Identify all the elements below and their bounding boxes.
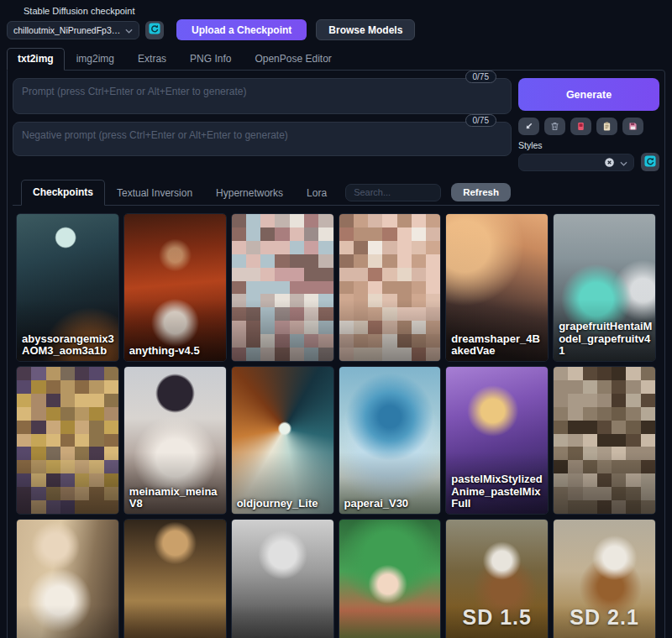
model-card-meinamix-meinav8[interactable]: meinamix_meinaV8 [123, 366, 227, 515]
model-card-censored[interactable] [16, 366, 119, 515]
stable-diffusion-webui: Stable Diffusion checkpoint chilloutmix_… [0, 0, 672, 638]
checkpoint-controls: chilloutmix_NiPrunedFp32Fix.safeter Uplo… [7, 19, 665, 40]
model-card-grapefruithentaimodel-grapefruitv41[interactable]: grapefruitHentaiModel_grapefruitv41 [553, 213, 656, 362]
card-shade-overlay [232, 214, 333, 361]
model-card-name: pastelMixStylizedAnime_pastelMixFull [451, 473, 545, 510]
model-card-dreamshaper-4bakedvae[interactable]: dreamshaper_4BakedVae [445, 213, 549, 362]
card-shade-overlay [339, 214, 441, 361]
read-generation-params-button[interactable] [518, 118, 539, 135]
card-shade-overlay [17, 367, 118, 514]
tab-png-info[interactable]: PNG Info [178, 49, 243, 69]
clear-selection-icon[interactable] [604, 157, 615, 168]
refresh-networks-button[interactable]: Refresh [451, 183, 511, 201]
prompt-section: 0/75 0/75 Generate Styles [13, 76, 659, 171]
model-card-protogenx34photorealism-1[interactable]: protogenX34Photorealism_1 [123, 519, 227, 638]
model-card-name: grapefruitHentaiModel_grapefruitv41 [559, 321, 653, 358]
negative-prompt-row: 0/75 [13, 122, 512, 156]
model-card-censored[interactable] [339, 213, 442, 362]
apply-styles-button[interactable] [596, 118, 617, 135]
browse-models-button[interactable]: Browse Models [316, 19, 415, 40]
prompt-row: 0/75 [13, 78, 512, 114]
txt2img-panel: 0/75 0/75 Generate Styles [7, 70, 665, 638]
extra-networks-section: CheckpointsTextual InversionHypernetwork… [13, 180, 659, 638]
styles-label: Styles [518, 140, 659, 150]
clear-prompt-button[interactable] [544, 118, 565, 135]
chevron-down-icon [620, 154, 627, 170]
checkpoint-label: Stable Diffusion checkpoint [24, 6, 665, 16]
extra-networks-tab-bar: CheckpointsTextual InversionHypernetwork… [13, 180, 659, 206]
tool-button-row [518, 118, 659, 135]
network-tab-textual-inversion[interactable]: Textual Inversion [105, 181, 204, 205]
network-tab-lora[interactable]: Lora [295, 181, 339, 205]
model-overlay-text: SD 2.1 [554, 605, 655, 630]
model-card-grid: abyssorangemix3AOM3_aom3a1banything-v4.5… [13, 206, 659, 638]
trash-icon [549, 121, 560, 132]
model-card-name: dreamshaper_4BakedVae [451, 333, 545, 358]
search-input[interactable] [345, 184, 441, 201]
model-card-anything-v4-5[interactable]: anything-v4.5 [123, 213, 227, 362]
model-card-paperai-v30[interactable]: paperai_V30 [339, 366, 442, 515]
prompt-input[interactable] [13, 78, 512, 114]
refresh-checkpoint-button[interactable] [145, 21, 164, 39]
card-shade-overlay [17, 520, 118, 638]
checkpoint-value: chilloutmix_NiPrunedFp32Fix.safeter [13, 25, 125, 35]
model-card-censored[interactable] [231, 213, 334, 362]
card-shade-overlay [232, 520, 333, 638]
clipboard-icon [601, 121, 612, 132]
prompt-column: 0/75 0/75 [13, 76, 512, 171]
model-card-realisticvisionv13-v13[interactable]: realisticVisionV13_v13 [231, 519, 334, 638]
refresh-icon [644, 155, 656, 170]
arrow-down-left-icon [523, 121, 534, 132]
card-shade-overlay [124, 520, 226, 638]
floppy-icon [627, 121, 638, 132]
model-card-v2-1-768-ema-pruned[interactable]: SD 2.1v2-1_768-ema-pruned [553, 519, 656, 638]
card-shade-overlay [232, 367, 333, 514]
model-card-abyssorangemix3aom3-aom3a1b[interactable]: abyssorangemix3AOM3_aom3a1b [16, 213, 119, 362]
model-card-name: meinamix_meinaV8 [129, 486, 223, 510]
model-card-pastelmixstylizedanime-pastelmixfull[interactable]: pastelMixStylizedAnime_pastelMixFull [445, 366, 549, 515]
card-shade-overlay [339, 367, 441, 514]
upload-checkpoint-button[interactable]: Upload a Checkpoint [176, 19, 307, 40]
card-shade-overlay [339, 520, 441, 638]
styles-select[interactable] [518, 154, 634, 171]
negative-prompt-input[interactable] [13, 122, 512, 156]
network-tab-hypernetworks[interactable]: Hypernetworks [204, 181, 295, 205]
prompt-token-counter: 0/75 [465, 71, 496, 83]
card-shade-overlay [554, 367, 655, 514]
tab-txt2img[interactable]: txt2img [7, 48, 65, 71]
negative-prompt-token-counter: 0/75 [465, 114, 496, 127]
main-tab-bar: txt2imgimg2imgExtrasPNG InfoOpenPose Edi… [7, 48, 665, 70]
save-style-button[interactable] [622, 118, 643, 135]
refresh-styles-button[interactable] [641, 153, 659, 171]
model-card-revanimated-v11[interactable]: revAnimated_v11 [339, 519, 442, 638]
extra-networks-button[interactable] [570, 118, 591, 135]
model-card-v1-5-pruned-emaonly[interactable]: SD 1.5v1-5-pruned-emaonly [445, 519, 549, 638]
tab-openpose-editor[interactable]: OpenPose Editor [243, 49, 343, 69]
tab-extras[interactable]: Extras [126, 49, 178, 69]
model-overlay-text: SD 1.5 [446, 605, 548, 630]
checkpoint-select[interactable]: chilloutmix_NiPrunedFp32Fix.safeter [7, 21, 139, 39]
model-card-censored[interactable] [553, 366, 656, 515]
red-card-icon [575, 121, 586, 132]
model-card-oldjourney-lite[interactable]: oldjourney_Lite [231, 366, 334, 515]
chevron-down-icon [125, 25, 133, 35]
model-card-protogenv22anime-22[interactable]: protogenV22Anime_22 [16, 519, 119, 638]
card-shade-overlay [124, 214, 226, 361]
styles-row [518, 153, 659, 171]
network-tab-checkpoints[interactable]: Checkpoints [21, 180, 105, 206]
model-card-name: anything-v4.5 [129, 345, 223, 358]
refresh-icon [149, 23, 160, 37]
generate-button[interactable]: Generate [518, 78, 659, 111]
extra-networks-tabs: CheckpointsTextual InversionHypernetwork… [21, 180, 339, 205]
model-card-name: oldjourney_Lite [237, 498, 331, 510]
generate-column: Generate Styles [518, 76, 659, 171]
tab-img2img[interactable]: img2img [65, 49, 126, 69]
model-card-name: paperai_V30 [344, 498, 438, 510]
model-card-name: abyssorangemix3AOM3_aom3a1b [22, 333, 116, 358]
